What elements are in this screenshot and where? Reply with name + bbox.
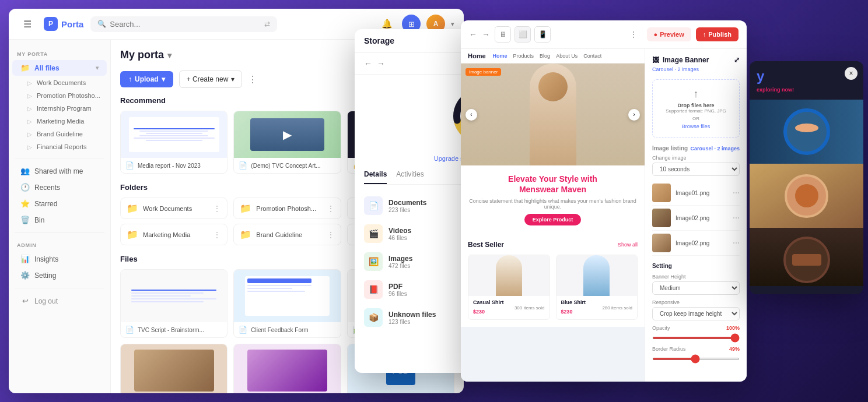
hero-subtext: Concise statement that highlights what m… — [469, 198, 636, 210]
file-card-tvc[interactable]: ▶ 📄 (Demo) TVC Concept Art... — [233, 111, 341, 174]
image-list-item-1[interactable]: Image01.png ⋯ — [652, 181, 740, 206]
food-image-3 — [750, 228, 863, 286]
tab-details[interactable]: Details — [364, 170, 387, 184]
doc-line-3 — [146, 133, 202, 134]
nav-link-products[interactable]: Products — [513, 53, 534, 59]
tablet-view-btn[interactable]: ⬜ — [514, 26, 531, 43]
folder-work-documents[interactable]: 📁 Work Documents ⋮ — [120, 198, 228, 219]
folder-name-5: Brand Guideline — [256, 231, 321, 238]
sidebar-item-bin[interactable]: 🗑️ Bin — [12, 212, 107, 228]
sidebar-item-work-documents[interactable]: ▷ Work Documents — [9, 76, 110, 89]
sidebar-item-promotion[interactable]: ▷ Promotion Photosho... — [9, 89, 110, 102]
folder-more-icon-1[interactable]: ⋮ — [213, 204, 221, 213]
file-info-2: 📄 (Demo) TVC Concept Art... — [234, 158, 340, 173]
nav-link-about[interactable]: About Us — [556, 53, 578, 59]
feedback-lines — [247, 285, 312, 292]
file-instagram[interactable]: 🖼️ Instagram Post - Dec 20 — [233, 344, 341, 393]
responsive-select[interactable]: Crop keep image height — [652, 307, 740, 320]
file-thumb-podcast — [121, 344, 227, 393]
feedback-preview — [245, 276, 330, 316]
food-images-container — [750, 100, 863, 286]
preview-button[interactable]: ● Preview — [647, 27, 691, 41]
product-name-blue: Blue Shirt — [561, 299, 633, 305]
sidebar-item-all-files[interactable]: 📁 All files ▾ — [12, 60, 107, 76]
more-actions-icon[interactable]: ⋮ — [248, 74, 257, 85]
opacity-slider[interactable] — [652, 337, 740, 339]
sidebar-item-marketing[interactable]: ▷ Marketing Media — [9, 115, 110, 128]
nav-link-contact[interactable]: Contact — [583, 53, 601, 59]
opacity-value: 100% — [726, 325, 740, 331]
sidebar-item-logout[interactable]: ↩ Log out — [12, 293, 107, 309]
nav-link-blog[interactable]: Blog — [540, 53, 550, 59]
folder-more-icon-4[interactable]: ⋮ — [213, 230, 221, 239]
image-more-icon-1[interactable]: ⋯ — [733, 189, 740, 197]
search-input[interactable] — [110, 20, 261, 29]
title-dropdown-icon[interactable]: ▾ — [167, 51, 172, 60]
close-button[interactable]: × — [845, 67, 858, 80]
file-podcast[interactable]: 🖼️ Podcast promo art 01 — [120, 344, 228, 393]
file-thumb-img: ▶ — [234, 111, 340, 158]
folder-promotion[interactable]: 📁 Promotion Photosh... ⋮ — [233, 198, 341, 219]
sidebar-item-shared[interactable]: 👥 Shared with me — [12, 163, 107, 179]
opacity-label: Opacity — [652, 325, 723, 331]
sidebar-item-brand[interactable]: ▷ Brand Guideline — [9, 128, 110, 140]
image-list-item-3[interactable]: Image02.png ⋯ — [652, 231, 740, 256]
nav-left-icon[interactable]: ← — [364, 59, 372, 68]
folder-more-icon-2[interactable]: ⋮ — [327, 204, 335, 213]
tab-activities[interactable]: Activities — [396, 170, 424, 184]
sidebar-brand-label: Brand Guideline — [37, 131, 83, 137]
folder-more-icon-5[interactable]: ⋮ — [327, 230, 335, 239]
sidebar-item-starred[interactable]: ⭐ Starred — [12, 196, 107, 211]
hero-next-btn[interactable]: › — [628, 109, 640, 121]
image-more-icon-3[interactable]: ⋯ — [733, 239, 740, 247]
sidebar-item-recents[interactable]: 🕐 Recents — [12, 179, 107, 195]
nav-back-icon[interactable]: ← — [469, 30, 477, 39]
plate-2 — [785, 174, 828, 218]
dropdown-chevron-icon[interactable]: ▾ — [451, 20, 454, 28]
border-radius-label: Border Radius — [652, 346, 726, 352]
sidebar: MY PORTA 📁 All files ▾ ▷ Work Documents … — [9, 40, 111, 393]
search-bar[interactable]: 🔍 ⇄ — [90, 16, 277, 32]
expand-panel-icon[interactable]: ⤢ — [734, 56, 740, 64]
sidebar-item-insights[interactable]: 📊 Insights — [12, 251, 107, 267]
file-tvc-script[interactable]: 📄 TVC Script - Brainstorm... — [120, 269, 228, 338]
search-filter-icon[interactable]: ⇄ — [264, 20, 270, 28]
upload-zone[interactable]: ↑ Drop files here Supported format: PNG,… — [652, 79, 740, 138]
video-thumb: ▶ — [250, 118, 325, 151]
desktop-view-btn[interactable]: 🖥 — [495, 26, 511, 43]
sidebar-item-internship[interactable]: ▷ Internship Program — [9, 102, 110, 115]
show-all-link[interactable]: Show all — [618, 242, 638, 248]
sidebar-item-setting[interactable]: ⚙️ Setting — [12, 267, 107, 283]
setting-section: Setting Banner Height Medium Responsive … — [652, 263, 740, 362]
publish-button[interactable]: ↑ Publish — [696, 27, 738, 41]
folder-marketing[interactable]: 📁 Marketing Media ⋮ — [120, 224, 228, 245]
mobile-view-btn[interactable]: 📱 — [534, 26, 551, 43]
product-person-1 — [496, 255, 522, 296]
nav-forward-icon[interactable]: → — [482, 30, 490, 39]
upload-button[interactable]: ↑ Upload ▾ — [120, 71, 173, 87]
file-thumb-instagram — [234, 344, 340, 393]
hamburger-icon[interactable]: ☰ — [18, 15, 37, 33]
upload-label: Upload — [135, 75, 159, 83]
sidebar-item-financial[interactable]: ▷ Financial Reports — [9, 140, 110, 153]
hero-prev-btn[interactable]: ‹ — [466, 109, 477, 121]
browse-link[interactable]: Browse files — [659, 124, 733, 129]
nav-right-icon[interactable]: → — [377, 59, 385, 68]
image-more-icon-2[interactable]: ⋯ — [733, 214, 740, 222]
more-options-icon[interactable]: ⋮ — [629, 30, 638, 39]
banner-height-select[interactable]: Medium — [652, 281, 740, 295]
create-button[interactable]: + Create new ▾ — [179, 70, 243, 88]
image-list-item-2[interactable]: Image02.png ⋯ — [652, 206, 740, 231]
product-card-casual[interactable]: Casual Shirt $230 300 items sold — [468, 255, 550, 320]
file-card-media-report[interactable]: 📄 Media report - Nov 2023 — [120, 111, 228, 174]
upload-icon: ↑ — [128, 75, 132, 83]
interval-select[interactable]: 10 seconds — [652, 163, 740, 176]
product-card-blue[interactable]: Blue Shirt $230 280 items sold — [556, 255, 638, 320]
explore-button[interactable]: Explore Product — [524, 214, 582, 225]
file-client-feedback[interactable]: 📄 Client Feedback Form — [233, 269, 341, 338]
doc-line-5 — [134, 137, 215, 139]
border-radius-slider[interactable] — [652, 358, 740, 360]
nav-links: Home Products Blog About Us Contact — [493, 53, 602, 59]
nav-link-home[interactable]: Home — [493, 53, 508, 59]
folder-brand[interactable]: 📁 Brand Guideline ⋮ — [233, 224, 341, 245]
